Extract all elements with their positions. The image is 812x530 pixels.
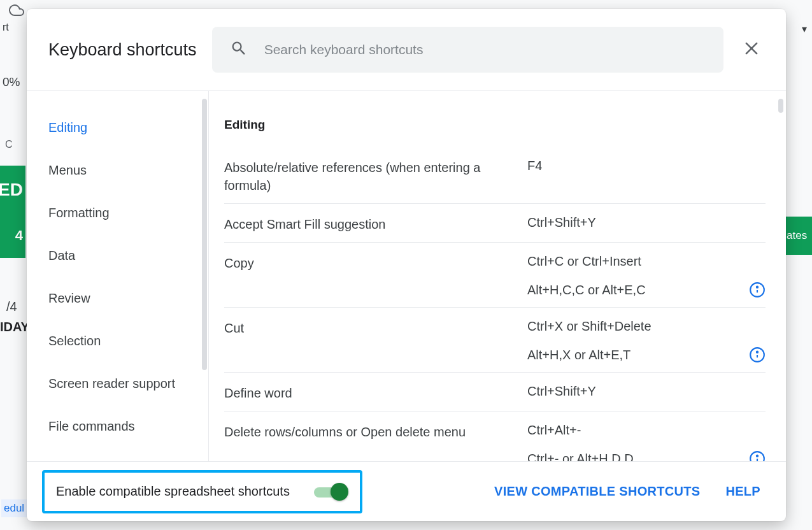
- enable-shortcuts-label: Enable compatible spreadsheet shortcuts: [56, 484, 290, 499]
- shortcut-description: Define word: [224, 384, 517, 402]
- info-icon[interactable]: [749, 450, 766, 461]
- shortcut-row: CutCtrl+X or Shift+DeleteAlt+H,X or Alt+…: [224, 308, 766, 373]
- svg-point-7: [757, 352, 758, 353]
- sidebar-item-menus[interactable]: Menus: [27, 149, 208, 192]
- key-text: F4: [527, 159, 542, 173]
- shortcut-keys: F4: [527, 159, 766, 173]
- bg-ed: ED: [0, 180, 23, 200]
- svg-point-4: [757, 287, 758, 288]
- bg-green-right: ates: [785, 217, 812, 255]
- key-text: Alt+H,X or Alt+E,T: [527, 348, 630, 362]
- key-line: Ctrl+- or Alt+H,D,D: [527, 450, 766, 461]
- toggle-thumb: [331, 483, 348, 501]
- shortcut-row: Accept Smart Fill suggestionCtrl+Shift+Y: [224, 204, 766, 243]
- shortcut-description: Copy: [224, 254, 517, 272]
- key-text: Ctrl+Shift+Y: [527, 215, 596, 230]
- sidebar-item-review[interactable]: Review: [27, 277, 208, 320]
- shortcut-row: Delete rows/columns or Open delete menuC…: [224, 412, 766, 461]
- dialog-footer: Enable compatible spreadsheet shortcuts …: [27, 461, 786, 521]
- shortcut-row: CopyCtrl+C or Ctrl+InsertAlt+H,C,C or Al…: [224, 243, 766, 308]
- dialog-body: EditingMenusFormattingDataReviewSelectio…: [27, 91, 786, 461]
- key-line: Ctrl+Alt+-: [527, 423, 766, 438]
- search-container[interactable]: [212, 27, 723, 73]
- sidebar-item-formatting[interactable]: Formatting: [27, 192, 208, 234]
- key-text: Alt+H,C,C or Alt+E,C: [527, 283, 646, 297]
- keyboard-shortcuts-dialog: Keyboard shortcuts EditingMenusFormattin…: [27, 9, 786, 521]
- shortcut-keys: Ctrl+Shift+Y: [527, 384, 766, 399]
- shortcut-row: Absolute/relative references (when enter…: [224, 147, 766, 204]
- view-compatible-link[interactable]: VIEW COMPATIBLE SHORTCUTS: [494, 484, 700, 499]
- bg-sheet-tab: edul: [1, 499, 27, 517]
- bg-percent: 0%: [3, 75, 20, 89]
- close-icon: [743, 39, 760, 60]
- sidebar-scrollbar[interactable]: [202, 99, 207, 370]
- bg-green-block: ED 4: [0, 166, 25, 258]
- content-scrollbar[interactable]: [778, 99, 783, 113]
- key-text: Ctrl+Alt+-: [527, 423, 581, 438]
- key-line: Ctrl+Shift+Y: [527, 215, 766, 230]
- sidebar-item-data[interactable]: Data: [27, 234, 208, 277]
- info-icon[interactable]: [749, 347, 766, 363]
- help-link[interactable]: HELP: [725, 484, 760, 499]
- shortcut-description: Absolute/relative references (when enter…: [224, 159, 517, 194]
- close-button[interactable]: [739, 37, 764, 62]
- shortcut-keys: Ctrl+X or Shift+DeleteAlt+H,X or Alt+E,T: [527, 319, 766, 363]
- info-icon[interactable]: [749, 282, 766, 298]
- shortcut-keys: Ctrl+C or Ctrl+InsertAlt+H,C,C or Alt+E,…: [527, 254, 766, 298]
- key-text: Ctrl+X or Shift+Delete: [527, 319, 652, 334]
- shortcut-description: Delete rows/columns or Open delete menu: [224, 423, 517, 441]
- sidebar-item-selection[interactable]: Selection: [27, 320, 208, 362]
- key-line: F4: [527, 159, 766, 173]
- bg-four: 4: [15, 227, 23, 244]
- shortcuts-content: Editing Absolute/relative references (wh…: [209, 91, 786, 461]
- svg-point-10: [757, 455, 758, 457]
- key-line: Alt+H,X or Alt+E,T: [527, 347, 766, 363]
- dialog-title: Keyboard shortcuts: [48, 40, 197, 60]
- key-line: Ctrl+Shift+Y: [527, 384, 766, 399]
- enable-shortcuts-highlight: Enable compatible spreadsheet shortcuts: [42, 470, 362, 513]
- key-text: Ctrl+- or Alt+H,D,D: [527, 452, 634, 462]
- section-title: Editing: [224, 110, 766, 147]
- enable-shortcuts-toggle[interactable]: [314, 483, 348, 501]
- category-sidebar: EditingMenusFormattingDataReviewSelectio…: [27, 91, 209, 461]
- search-input[interactable]: [264, 42, 706, 57]
- bg-day: IDAY: [0, 320, 29, 334]
- cloud-icon: [9, 3, 24, 18]
- key-text: Ctrl+Shift+Y: [527, 384, 596, 399]
- shortcut-description: Cut: [224, 319, 517, 337]
- bg-text: rt: [3, 22, 9, 33]
- sidebar-item-screen-reader-support[interactable]: Screen reader support: [27, 362, 208, 405]
- bg-col-c: C: [5, 139, 13, 150]
- key-text: Ctrl+C or Ctrl+Insert: [527, 254, 641, 269]
- key-line: Ctrl+C or Ctrl+Insert: [527, 254, 766, 269]
- dialog-header: Keyboard shortcuts: [27, 9, 786, 91]
- search-icon: [230, 39, 248, 60]
- bg-date: /4: [6, 299, 17, 314]
- shortcut-keys: Ctrl+Shift+Y: [527, 215, 766, 230]
- sidebar-item-editing[interactable]: Editing: [27, 106, 208, 149]
- key-line: Alt+H,C,C or Alt+E,C: [527, 282, 766, 298]
- shortcut-keys: Ctrl+Alt+-Ctrl+- or Alt+H,D,D: [527, 423, 766, 461]
- bg-caret: ▾: [802, 23, 807, 35]
- sidebar-item-file-commands[interactable]: File commands: [27, 405, 208, 448]
- shortcut-description: Accept Smart Fill suggestion: [224, 215, 517, 233]
- key-line: Ctrl+X or Shift+Delete: [527, 319, 766, 334]
- shortcut-row: Define wordCtrl+Shift+Y: [224, 373, 766, 412]
